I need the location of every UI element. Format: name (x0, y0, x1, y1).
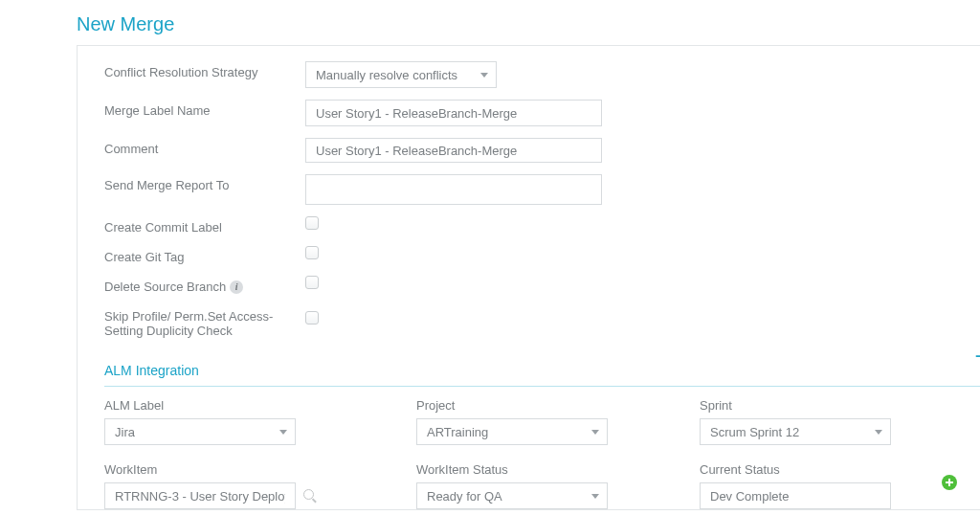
alm-label-select[interactable]: Jira (104, 418, 296, 445)
project-label: Project (416, 398, 700, 413)
chevron-down-icon (591, 494, 599, 499)
delete-source-branch-checkbox[interactable] (305, 276, 319, 289)
comment-textarea[interactable] (305, 138, 602, 163)
row-skip-profile: Skip Profile/ Perm.Set Access-Setting Du… (78, 300, 980, 344)
page-title: New Merge (0, 0, 980, 45)
alm-col-3: Sprint Scrum Sprint 12 Current Status (700, 398, 958, 509)
conflict-strategy-value: Manually resolve conflicts (316, 68, 457, 82)
collapse-icon[interactable]: - (975, 345, 980, 366)
alm-col-2: Project ARTraining WorkItem Status Ready… (416, 398, 700, 509)
project-value: ARTraining (427, 425, 488, 439)
row-create-git-tag: Create Git Tag (78, 240, 980, 270)
create-commit-label-checkbox[interactable] (305, 216, 319, 230)
row-send-report: Send Merge Report To (78, 168, 980, 211)
workitem-status-label: WorkItem Status (416, 462, 700, 477)
alm-label-label: ALM Label (104, 398, 416, 413)
create-git-tag-label: Create Git Tag (104, 246, 305, 264)
workitem-status-value: Ready for QA (427, 489, 502, 504)
create-git-tag-checkbox[interactable] (305, 246, 319, 259)
merge-form-panel: Conflict Resolution Strategy Manually re… (77, 45, 980, 510)
chevron-down-icon (875, 430, 882, 435)
sprint-select[interactable]: Scrum Sprint 12 (700, 418, 891, 445)
conflict-strategy-select[interactable]: Manually resolve conflicts (305, 61, 497, 88)
workitem-input[interactable] (104, 482, 296, 509)
current-status-input (700, 482, 891, 509)
conflict-strategy-label: Conflict Resolution Strategy (104, 61, 305, 79)
merge-label-name-input[interactable] (305, 100, 602, 126)
workitem-status-select[interactable]: Ready for QA (416, 482, 608, 509)
send-report-label: Send Merge Report To (104, 174, 305, 192)
workitem-label: WorkItem (104, 462, 416, 477)
current-status-label: Current Status (700, 462, 958, 477)
row-create-commit-label: Create Commit Label (78, 211, 980, 240)
sprint-value: Scrum Sprint 12 (710, 425, 799, 439)
alm-label-value: Jira (115, 425, 135, 439)
delete-source-branch-label: Delete Source Branch i (104, 276, 305, 294)
sprint-label: Sprint (700, 398, 958, 413)
add-icon[interactable] (942, 475, 957, 490)
row-conflict-strategy: Conflict Resolution Strategy Manually re… (78, 56, 980, 94)
skip-profile-checkbox[interactable] (305, 311, 319, 325)
merge-label-name-label: Merge Label Name (104, 100, 305, 118)
info-icon[interactable]: i (230, 280, 243, 294)
project-select[interactable]: ARTraining (416, 418, 608, 445)
delete-source-branch-text: Delete Source Branch (104, 280, 226, 294)
row-merge-label-name: Merge Label Name (78, 94, 980, 132)
alm-section-header[interactable]: ALM Integration (78, 344, 980, 386)
chevron-down-icon (480, 73, 488, 78)
alm-col-1: ALM Label Jira WorkItem (104, 398, 416, 509)
skip-profile-label: Skip Profile/ Perm.Set Access-Setting Du… (104, 305, 305, 338)
send-report-textarea[interactable] (305, 174, 602, 205)
chevron-down-icon (591, 430, 599, 435)
chevron-down-icon (279, 430, 287, 435)
search-icon[interactable] (303, 489, 317, 503)
create-commit-label-label: Create Commit Label (104, 216, 305, 235)
comment-label: Comment (104, 138, 305, 156)
row-comment: Comment (78, 132, 980, 168)
row-delete-source-branch: Delete Source Branch i (78, 270, 980, 300)
alm-grid: ALM Label Jira WorkItem Project ARTraini… (78, 387, 980, 509)
